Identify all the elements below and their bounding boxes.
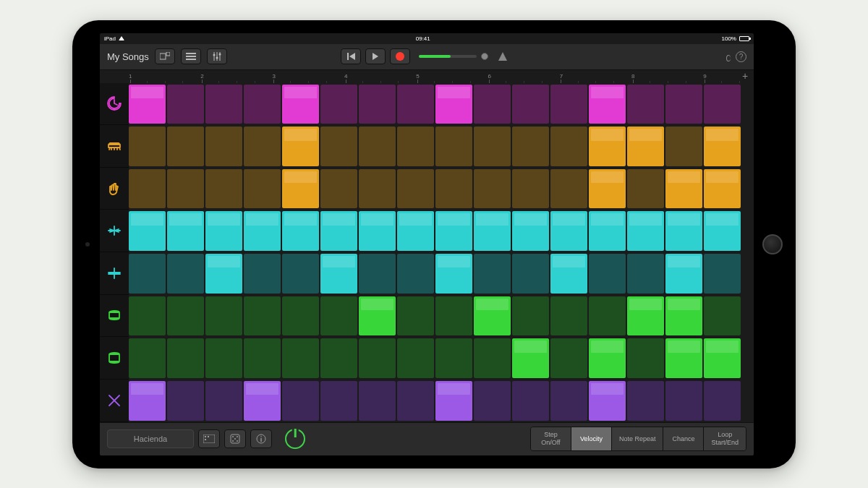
instrument-snare[interactable] bbox=[100, 125, 129, 168]
step-clap-10[interactable] bbox=[474, 169, 511, 209]
step-clap-6[interactable] bbox=[320, 169, 357, 209]
step-tom-lo-3[interactable] bbox=[205, 338, 242, 378]
step-hihat1-16[interactable] bbox=[704, 211, 741, 251]
step-hihat1-2[interactable] bbox=[167, 211, 204, 251]
step-tom-hi-7[interactable] bbox=[359, 296, 396, 336]
help-button[interactable]: ? bbox=[736, 51, 746, 62]
step-sticks-5[interactable] bbox=[282, 381, 319, 421]
step-kick-4[interactable] bbox=[244, 85, 281, 124]
step-hihat1-11[interactable] bbox=[512, 211, 549, 251]
step-hihat1-6[interactable] bbox=[320, 211, 357, 251]
step-hihat2-1[interactable] bbox=[129, 254, 166, 294]
step-snare-7[interactable] bbox=[359, 127, 396, 166]
step-hihat1-15[interactable] bbox=[665, 211, 702, 251]
step-snare-11[interactable] bbox=[512, 127, 549, 166]
step-clap-16[interactable] bbox=[704, 169, 741, 209]
step-sticks-8[interactable] bbox=[397, 381, 434, 421]
step-clap-7[interactable] bbox=[359, 169, 396, 209]
step-sticks-10[interactable] bbox=[474, 381, 511, 421]
step-kick-13[interactable] bbox=[589, 85, 626, 124]
instrument-clap[interactable] bbox=[100, 168, 129, 210]
step-hihat1-7[interactable] bbox=[359, 211, 396, 251]
step-hihat1-4[interactable] bbox=[244, 211, 281, 251]
step-kick-14[interactable] bbox=[627, 85, 664, 124]
step-sticks-2[interactable] bbox=[167, 381, 204, 421]
step-tom-hi-4[interactable] bbox=[244, 296, 281, 336]
instrument-tom-lo[interactable] bbox=[100, 337, 129, 380]
step-clap-4[interactable] bbox=[244, 169, 281, 209]
instrument-hihat2[interactable] bbox=[100, 252, 129, 295]
step-hihat1-13[interactable] bbox=[589, 211, 626, 251]
step-kick-11[interactable] bbox=[512, 85, 549, 124]
step-tom-hi-2[interactable] bbox=[167, 296, 204, 336]
step-tom-lo-13[interactable] bbox=[589, 338, 626, 378]
step-hihat2-9[interactable] bbox=[435, 254, 472, 294]
step-tom-lo-8[interactable] bbox=[397, 338, 434, 378]
info-button[interactable] bbox=[250, 429, 272, 448]
instrument-sticks[interactable] bbox=[100, 380, 129, 422]
step-tom-hi-6[interactable] bbox=[320, 296, 357, 336]
step-hihat2-15[interactable] bbox=[665, 254, 702, 294]
step-hihat1-3[interactable] bbox=[205, 211, 242, 251]
step-kick-7[interactable] bbox=[359, 85, 396, 124]
step-sticks-15[interactable] bbox=[665, 381, 702, 421]
instrument-kick[interactable] bbox=[100, 83, 129, 126]
rewind-button[interactable] bbox=[341, 48, 361, 64]
step-clap-11[interactable] bbox=[512, 169, 549, 209]
mode-loop-button[interactable]: LoopStart/End bbox=[704, 427, 746, 450]
step-hihat2-14[interactable] bbox=[627, 254, 664, 294]
step-kick-15[interactable] bbox=[665, 85, 702, 124]
step-hihat2-10[interactable] bbox=[474, 254, 511, 294]
step-hihat2-7[interactable] bbox=[359, 254, 396, 294]
step-kick-8[interactable] bbox=[397, 85, 434, 124]
step-hihat2-5[interactable] bbox=[282, 254, 319, 294]
step-tom-hi-9[interactable] bbox=[435, 296, 472, 336]
step-tom-lo-5[interactable] bbox=[282, 338, 319, 378]
step-tom-lo-12[interactable] bbox=[550, 338, 587, 378]
step-sticks-1[interactable] bbox=[129, 381, 166, 421]
step-tom-lo-16[interactable] bbox=[704, 338, 741, 378]
step-tom-hi-3[interactable] bbox=[205, 296, 242, 336]
add-track-button[interactable]: + bbox=[739, 71, 751, 82]
step-snare-10[interactable] bbox=[474, 127, 511, 166]
mode-velocity-button[interactable]: Velocity bbox=[571, 427, 612, 450]
power-button[interactable] bbox=[285, 429, 305, 449]
mode-step-button[interactable]: StepOn/Off bbox=[531, 427, 571, 450]
step-clap-9[interactable] bbox=[435, 169, 472, 209]
step-snare-3[interactable] bbox=[205, 127, 242, 166]
step-snare-2[interactable] bbox=[167, 127, 204, 166]
step-tom-hi-5[interactable] bbox=[282, 296, 319, 336]
step-tom-hi-12[interactable] bbox=[550, 296, 587, 336]
step-snare-6[interactable] bbox=[320, 127, 357, 166]
play-button[interactable] bbox=[365, 48, 386, 64]
step-hihat1-8[interactable] bbox=[397, 211, 434, 251]
step-clap-14[interactable] bbox=[627, 169, 664, 209]
step-tom-lo-11[interactable] bbox=[512, 338, 549, 378]
step-snare-4[interactable] bbox=[244, 127, 281, 166]
step-kick-12[interactable] bbox=[550, 85, 587, 124]
step-kick-3[interactable] bbox=[205, 85, 242, 124]
step-tom-hi-10[interactable] bbox=[474, 296, 511, 336]
step-snare-9[interactable] bbox=[435, 127, 472, 166]
step-kick-10[interactable] bbox=[474, 85, 511, 124]
step-tom-hi-16[interactable] bbox=[704, 296, 741, 336]
timeline-ruler[interactable]: 123456789 + bbox=[100, 70, 754, 83]
step-tom-lo-9[interactable] bbox=[435, 338, 472, 378]
step-clap-5[interactable] bbox=[282, 169, 319, 209]
mixer-button[interactable] bbox=[207, 48, 227, 64]
step-clap-13[interactable] bbox=[589, 169, 626, 209]
step-snare-14[interactable] bbox=[627, 127, 664, 166]
metronome-button[interactable] bbox=[493, 48, 513, 64]
step-snare-5[interactable] bbox=[282, 127, 319, 166]
step-tom-hi-15[interactable] bbox=[665, 296, 702, 336]
step-kick-2[interactable] bbox=[167, 85, 204, 124]
step-sticks-4[interactable] bbox=[244, 381, 281, 421]
step-hihat2-16[interactable] bbox=[704, 254, 741, 294]
step-tom-lo-6[interactable] bbox=[320, 338, 357, 378]
step-tom-hi-14[interactable] bbox=[627, 296, 664, 336]
volume-slider[interactable] bbox=[419, 53, 488, 60]
instrument-hihat1[interactable] bbox=[100, 210, 129, 252]
step-tom-lo-15[interactable] bbox=[665, 338, 702, 378]
step-sticks-12[interactable] bbox=[550, 381, 587, 421]
step-clap-2[interactable] bbox=[167, 169, 204, 209]
